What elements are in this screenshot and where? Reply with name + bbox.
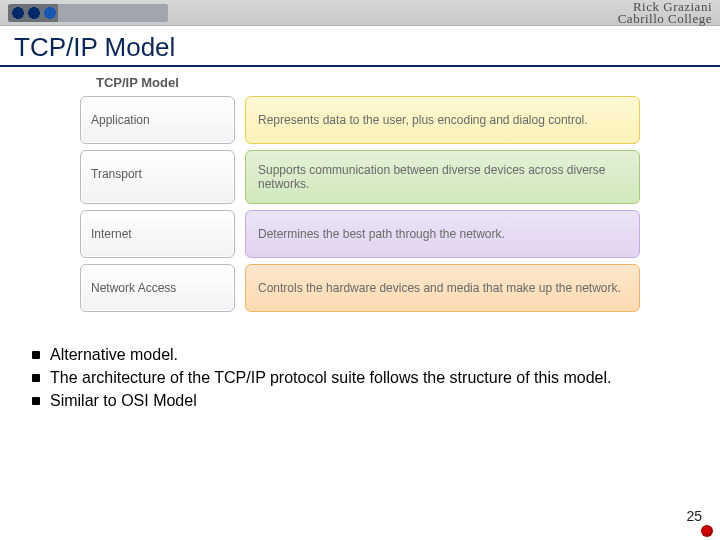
list-item: Alternative model. (32, 344, 692, 367)
list-item: The architecture of the TCP/IP protocol … (32, 367, 692, 390)
layer-row: Application Represents data to the user,… (80, 96, 640, 144)
bullet-list: Alternative model. The architecture of t… (0, 318, 720, 413)
layer-transport-desc: Supports communication between diverse d… (245, 150, 640, 204)
brand-text: Rick Graziani Cabrillo College (618, 1, 712, 25)
page-title: TCP/IP Model (0, 26, 720, 67)
layer-network-access-desc: Controls the hardware devices and media … (245, 264, 640, 312)
red-dot-icon (702, 526, 712, 536)
brand-logo (8, 4, 168, 22)
layer-application-desc: Represents data to the user, plus encodi… (245, 96, 640, 144)
org-name: Cabrillo College (618, 13, 712, 25)
top-banner: Rick Graziani Cabrillo College (0, 0, 720, 26)
slide-number: 25 (686, 508, 702, 524)
layer-application: Application (80, 96, 235, 144)
tcpip-diagram: TCP/IP Model Application Represents data… (80, 75, 640, 312)
layer-internet-desc: Determines the best path through the net… (245, 210, 640, 258)
list-item: Similar to OSI Model (32, 390, 692, 413)
layer-transport: Transport (80, 150, 235, 204)
layer-internet: Internet (80, 210, 235, 258)
layer-row: Transport Supports communication between… (80, 150, 640, 204)
layer-row: Internet Determines the best path throug… (80, 210, 640, 258)
diagram-title: TCP/IP Model (80, 75, 640, 96)
layer-row: Network Access Controls the hardware dev… (80, 264, 640, 312)
layer-network-access: Network Access (80, 264, 235, 312)
